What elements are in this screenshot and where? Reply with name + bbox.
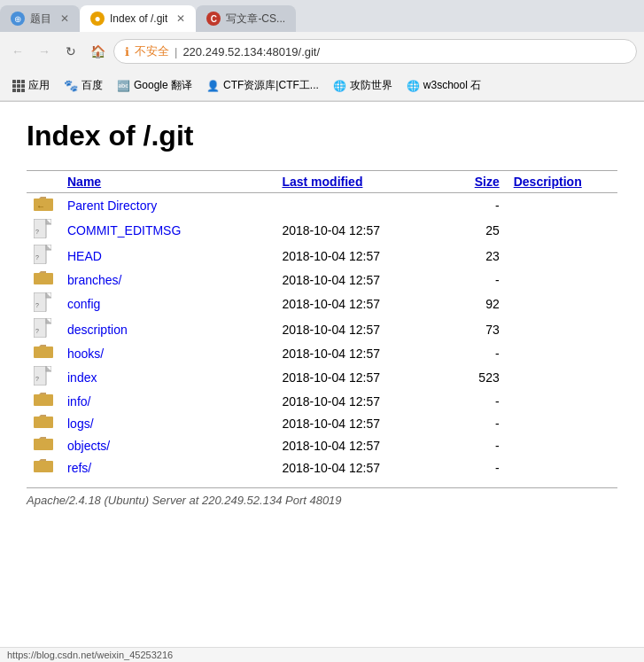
logs-icon (27, 412, 60, 434)
address-separator: | (175, 45, 177, 58)
logs-link[interactable]: logs/ (67, 417, 94, 431)
index-link[interactable]: index (67, 370, 97, 385)
back-button[interactable]: ← (7, 41, 28, 62)
table-row: ?index2018-10-04 12:57523 (27, 364, 617, 390)
parent-dir-desc (507, 193, 617, 218)
description-name[interactable]: description (60, 316, 275, 342)
info-icon (27, 390, 60, 412)
bookmark-baidu[interactable]: 🐾 百度 (58, 76, 108, 95)
description-desc (507, 316, 617, 342)
description-link[interactable]: description (67, 323, 128, 337)
bookmark-translate[interactable]: 🔤 Google 翻译 (112, 76, 198, 95)
config-link[interactable]: config (67, 297, 100, 311)
branches-link[interactable]: branches/ (67, 273, 121, 287)
address-bar-row: ← → ↻ 🏠 ℹ 不安全 | 220.249.52.134:48019/.gi… (0, 32, 644, 71)
parent-dir-link[interactable]: Parent Directory (67, 199, 157, 213)
svg-rect-28 (34, 394, 53, 406)
tab-2[interactable]: ● Index of /.git ✕ (80, 5, 196, 32)
refs-desc (507, 456, 617, 479)
info-link[interactable]: info/ (67, 394, 90, 409)
objects-icon (27, 434, 60, 456)
table-row: info/2018-10-04 12:57- (27, 390, 617, 412)
config-size: 92 (454, 291, 506, 316)
branches-date: 2018-10-04 12:57 (275, 269, 454, 291)
svg-text:←: ← (36, 201, 45, 211)
reload-button[interactable]: ↻ (60, 41, 81, 62)
objects-name[interactable]: objects/ (60, 434, 275, 456)
commit-link[interactable]: COMMIT_EDITMSG (67, 223, 181, 238)
svg-text:?: ? (35, 302, 39, 308)
hooks-link[interactable]: hooks/ (67, 347, 104, 361)
svg-marker-24 (46, 366, 51, 371)
tab-1-close[interactable]: ✕ (60, 12, 69, 25)
svg-rect-30 (34, 417, 53, 428)
config-name[interactable]: config (60, 291, 275, 316)
index-name[interactable]: index (60, 364, 275, 390)
index-date: 2018-10-04 12:57 (275, 364, 454, 390)
bookmark-baidu-label: 百度 (81, 78, 103, 93)
tab-3[interactable]: C 写文章-CS... (196, 5, 296, 32)
header-modified: Last modified (275, 171, 454, 193)
svg-rect-32 (34, 439, 53, 450)
table-row: branches/2018-10-04 12:57- (27, 269, 617, 291)
forward-button[interactable]: → (34, 41, 55, 62)
tab-2-favicon: ● (90, 12, 105, 26)
objects-link[interactable]: objects/ (67, 439, 110, 453)
tab-3-favicon: C (206, 12, 221, 26)
bookmark-ctf[interactable]: 👤 CTF资源库|CTF工... (201, 76, 324, 95)
parent-dir-name[interactable]: Parent Directory (60, 193, 275, 218)
table-row: objects/2018-10-04 12:57- (27, 434, 617, 456)
refs-link[interactable]: refs/ (67, 461, 91, 475)
address-field[interactable]: ℹ 不安全 | 220.249.52.134:48019/.git/ (113, 39, 637, 64)
head-name[interactable]: HEAD (60, 243, 275, 269)
info-desc (507, 390, 617, 412)
tab-2-close[interactable]: ✕ (176, 12, 185, 25)
browser-chrome: ⊕ 题目 ✕ ● Index of /.git ✕ C 写文章-CS... ← … (0, 0, 644, 102)
tab-2-label: Index of /.git (110, 12, 167, 25)
bookmark-apps[interactable]: 应用 (7, 76, 55, 95)
svg-text:?: ? (35, 229, 39, 235)
bookmark-attack[interactable]: 🌐 攻防世界 (328, 76, 398, 95)
objects-size: - (454, 434, 506, 456)
bookmark-ctf-label: CTF资源库|CTF工... (223, 78, 319, 93)
header-description: Description (507, 171, 617, 193)
translate-icon: 🔤 (117, 80, 130, 92)
branches-desc (507, 269, 617, 291)
index-icon: ? (27, 364, 60, 390)
attack-icon: 🌐 (333, 80, 346, 92)
hooks-date: 2018-10-04 12:57 (275, 342, 454, 364)
head-icon: ? (27, 243, 60, 269)
svg-marker-21 (34, 345, 46, 347)
hooks-name[interactable]: hooks/ (60, 342, 275, 364)
info-name[interactable]: info/ (60, 390, 275, 412)
w3school-icon: 🌐 (407, 80, 420, 92)
svg-text:?: ? (35, 254, 39, 261)
refs-name[interactable]: refs/ (60, 456, 275, 479)
lock-icon: ℹ (125, 45, 129, 58)
page-content: Index of /.git Name Last modified Size D… (0, 102, 644, 525)
address-text: 220.249.52.134:48019/.git/ (182, 45, 320, 58)
home-button[interactable]: 🏠 (87, 41, 108, 62)
parent-dir-date (275, 193, 454, 218)
svg-marker-4 (46, 219, 51, 224)
info-date: 2018-10-04 12:57 (275, 390, 454, 412)
tab-1[interactable]: ⊕ 题目 ✕ (0, 5, 80, 32)
footer-bar: Apache/2.4.18 (Ubuntu) Server at 220.249… (27, 487, 617, 507)
head-link[interactable]: HEAD (67, 249, 102, 263)
commit-name[interactable]: COMMIT_EDITMSG (60, 217, 275, 243)
page-title: Index of /.git (27, 120, 617, 152)
bookmark-translate-label: Google 翻译 (134, 78, 192, 93)
tab-1-favicon: ⊕ (11, 12, 25, 26)
insecure-label: 不安全 (135, 43, 169, 59)
table-row: refs/2018-10-04 12:57- (27, 456, 617, 479)
logs-name[interactable]: logs/ (60, 412, 275, 434)
header-name: Name (60, 171, 275, 193)
refs-size: - (454, 456, 506, 479)
bookmark-w3school[interactable]: 🌐 w3school 石 (401, 76, 486, 95)
footer-text: Apache/2.4.18 (Ubuntu) Server at 220.249… (27, 494, 342, 507)
svg-marker-0 (34, 197, 46, 199)
svg-marker-33 (34, 459, 46, 461)
branches-name[interactable]: branches/ (60, 269, 275, 291)
table-row: ?config2018-10-04 12:5792 (27, 291, 617, 316)
info-size: - (454, 390, 506, 412)
